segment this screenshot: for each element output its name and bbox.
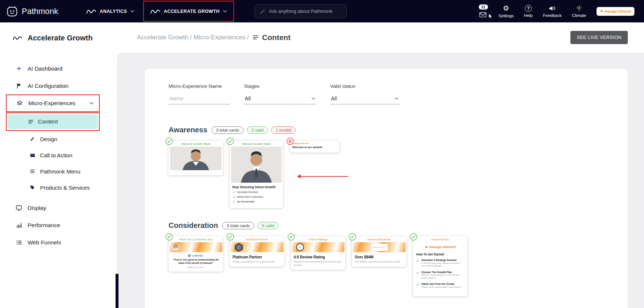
check-icon bbox=[416, 283, 419, 286]
check-icon bbox=[233, 191, 235, 193]
accelerate-growth-highlight-box: ACCELERATE GROWTH bbox=[143, 1, 234, 22]
sidebar-title: Accelerate Growth bbox=[28, 34, 93, 42]
top-navigation-bar: Pathmonk ANALYTICS ACCELERATE GROWTH 31 bbox=[0, 0, 644, 22]
consideration-card-inbound-revenue[interactable]: Inbound Revenue Over $84M Over $84M in c… bbox=[352, 236, 406, 267]
topnav-analytics[interactable]: ANALYTICS bbox=[86, 8, 134, 15]
sidebar-item-products-services[interactable]: Products & Services bbox=[0, 179, 117, 196]
spokesperson-photo bbox=[231, 147, 282, 183]
accelerate-growth-label: ACCELERATE GROWTH bbox=[164, 9, 220, 14]
step-description: In this 30-minute online session we unco… bbox=[421, 262, 464, 268]
consideration-card-how-it-works[interactable]: How It Works manage inbound How To Get S… bbox=[413, 236, 467, 296]
orange-wave-banner bbox=[230, 242, 283, 252]
sidebar-item-label: Call to Action bbox=[40, 152, 72, 158]
megaphone-icon bbox=[548, 5, 556, 12]
feedback-label: Feedback bbox=[543, 13, 562, 18]
total-cards-badge: 3 total cards bbox=[212, 126, 244, 134]
red-annotation-arrow bbox=[300, 176, 348, 177]
sidebar-item-label: Web Funnels bbox=[28, 239, 61, 246]
consideration-cards-row: What Our Customers Say LUMITEC "They're … bbox=[169, 236, 613, 296]
step-description: With your unique situation in mind, we t… bbox=[421, 274, 464, 279]
consideration-card-hubspot-partner[interactable]: HubSpot Partner Platinum Partner HubSpot… bbox=[230, 236, 284, 267]
sidebar-item-pathmonk-menu[interactable]: Pathmonk Menu bbox=[0, 163, 117, 179]
sidebar-item-micro-experiences[interactable]: Micro-Experiences bbox=[7, 95, 99, 111]
topnav-accelerate-growth[interactable]: ACCELERATE GROWTH bbox=[150, 8, 227, 15]
sidebar-item-ai-dashboard[interactable]: AI Dashboard bbox=[0, 60, 117, 77]
sidebar-item-ai-configuration[interactable]: AI Configuration bbox=[0, 77, 117, 94]
sidebar-item-content-active[interactable]: Content bbox=[8, 114, 98, 129]
sidebar-item-label: Micro-Experiences bbox=[28, 100, 75, 107]
name-input[interactable] bbox=[169, 96, 229, 101]
see-live-version-button[interactable]: SEE LIVE VERSION bbox=[570, 31, 628, 44]
valid-check-icon bbox=[226, 137, 234, 145]
sidebar-item-display[interactable]: Display bbox=[0, 199, 117, 216]
valid-status-select[interactable]: All bbox=[330, 92, 399, 104]
consideration-section-header: Consideration 5 total cards 5 valid bbox=[169, 221, 613, 230]
ask-anything-search[interactable] bbox=[255, 4, 347, 18]
card-brand-logo: manage inbound bbox=[292, 142, 337, 144]
sidebar-item-web-funnels[interactable]: Web Funnels bbox=[0, 234, 117, 251]
card-title: Inbound Revenue bbox=[352, 236, 406, 242]
step-title: Schedule a Strategy Session bbox=[421, 259, 464, 261]
notifications-button[interactable]: 31 bbox=[479, 4, 488, 18]
pathmonk-brand[interactable]: Pathmonk bbox=[7, 6, 58, 17]
check-item-label: Generate Demand bbox=[237, 191, 258, 193]
awareness-card-inbound-growth-stack-1[interactable]: Inbound Growth Stack bbox=[169, 141, 223, 175]
mouse-cursor bbox=[488, 13, 493, 19]
sidebar-item-performance[interactable]: Performance bbox=[0, 216, 117, 234]
card-title: Inbound Growth Stack bbox=[230, 141, 283, 147]
analytics-label: ANALYTICS bbox=[100, 9, 127, 14]
topbar-actions: 31 ⚙ Settings ? Help Feedback Climate bbox=[479, 4, 634, 18]
sidebar-header: Accelerate Growth bbox=[0, 22, 117, 54]
awareness-card-welcome-invalid[interactable]: manage inbound Welcome to our website bbox=[290, 141, 339, 153]
chevron-down-icon bbox=[89, 102, 94, 105]
breadcrumb[interactable]: Accelerate Growth / Micro-Experiences / bbox=[137, 34, 249, 41]
sidebar-item-label: AI Configuration bbox=[28, 83, 68, 89]
climate-button[interactable]: Climate bbox=[572, 5, 586, 18]
pencil-icon bbox=[29, 136, 35, 143]
settings-button[interactable]: ⚙ Settings bbox=[498, 5, 514, 18]
card-check-item: Generate Demand bbox=[233, 191, 280, 193]
spokesperson-photo bbox=[170, 147, 222, 170]
sidebar-item-call-to-action[interactable]: Call to Action bbox=[0, 147, 117, 163]
customer-avatar bbox=[172, 243, 180, 251]
filter-stages: Stages All bbox=[244, 83, 316, 104]
display-monitor-icon bbox=[15, 204, 22, 211]
consideration-card-clutch-ratings[interactable]: Clutch Ratings ★ 4.9 Review Rating Reduc… bbox=[291, 236, 345, 270]
awareness-card-inbound-growth-stack-2[interactable]: Inbound Growth Stack Stop Stressing Abou… bbox=[230, 141, 283, 208]
ask-input[interactable] bbox=[269, 8, 342, 14]
consideration-card-customers-say[interactable]: What Our Customers Say LUMITEC "They're … bbox=[169, 236, 223, 272]
tag-icon bbox=[29, 184, 35, 191]
valid-check-icon bbox=[348, 233, 356, 241]
help-button[interactable]: ? Help bbox=[524, 5, 533, 18]
section-title: Awareness bbox=[169, 126, 207, 134]
filter-name: Micro-Experience Name bbox=[169, 83, 230, 104]
chevron-down-icon bbox=[394, 97, 399, 100]
card-heading: Stop Stressing About Growth bbox=[232, 185, 281, 189]
filter-name-control[interactable] bbox=[169, 92, 230, 104]
sidebar-item-design[interactable]: Design bbox=[0, 131, 117, 147]
sidebar-item-label: Pathmonk Menu bbox=[40, 168, 80, 175]
card-subtext: Reduce the time spent finding and hiring… bbox=[294, 260, 342, 266]
cta-card-icon bbox=[29, 152, 35, 159]
filter-valid-status: Valid status All bbox=[330, 83, 399, 104]
step-title: Stand Out From the Crowd bbox=[421, 283, 461, 285]
check-icon bbox=[416, 271, 419, 274]
invalid-x-icon bbox=[286, 137, 294, 145]
filters-row: Micro-Experience Name Stages All Valid s… bbox=[169, 83, 613, 104]
card-subtext: HubSpot onboarding for more than 10 year… bbox=[233, 260, 281, 264]
stages-selected-value: All bbox=[245, 96, 251, 101]
quote-attribution: Marketing, Lumitec bbox=[169, 266, 223, 268]
micro-experiences-highlight-box: Micro-Experiences bbox=[6, 94, 100, 112]
invalid-badge: 1 invalid bbox=[271, 126, 296, 134]
account-badge-label: manage inbound bbox=[605, 10, 631, 13]
sidebar-scrollbar[interactable] bbox=[116, 274, 118, 308]
analytics-swirl-icon bbox=[86, 8, 96, 15]
chevron-down-icon bbox=[223, 10, 227, 13]
sidebar-item-label: AI Dashboard bbox=[28, 65, 63, 72]
feedback-button[interactable]: Feedback bbox=[543, 5, 562, 18]
stages-select[interactable]: All bbox=[244, 92, 316, 104]
layers-icon bbox=[16, 100, 23, 107]
card-check-item: Be Remarkable bbox=[233, 200, 280, 203]
account-workspace-badge[interactable]: manage inbound bbox=[597, 7, 634, 16]
check-icon bbox=[416, 259, 419, 262]
